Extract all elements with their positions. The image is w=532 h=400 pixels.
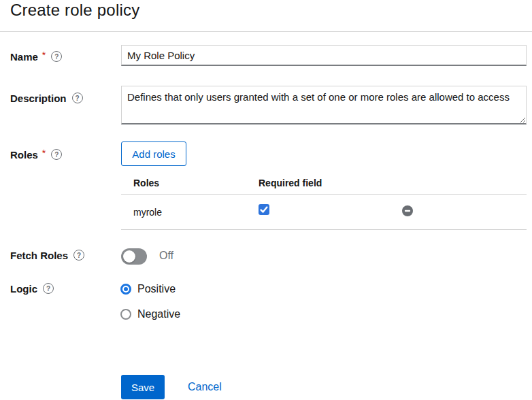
fetch-roles-label: Fetch Roles [10, 250, 68, 261]
roles-required-asterisk: * [42, 148, 46, 159]
name-label-group: Name * ? [10, 50, 62, 63]
role-name-cell: myrole [121, 207, 259, 218]
table-row: myrole [121, 195, 527, 230]
description-label: Description [10, 93, 67, 104]
roles-label-group: Roles * ? [10, 148, 62, 161]
roles-label: Roles [10, 149, 38, 161]
logic-option-positive[interactable]: Positive [120, 283, 176, 295]
save-button[interactable]: Save [121, 375, 165, 399]
name-required-asterisk: * [42, 50, 46, 61]
logic-help-icon[interactable]: ? [43, 283, 54, 294]
radio-selected-icon[interactable] [120, 284, 131, 295]
roles-table: Roles Required field myrole [121, 171, 527, 230]
add-roles-button[interactable]: Add roles [121, 141, 186, 166]
roles-help-icon[interactable]: ? [51, 149, 62, 160]
check-icon [259, 204, 269, 215]
toggle-knob [123, 250, 135, 263]
logic-option-negative[interactable]: Negative [120, 308, 180, 320]
roles-table-header-row: Roles Required field [121, 171, 527, 195]
minus-circle-icon [402, 205, 413, 216]
required-checkbox[interactable] [259, 204, 269, 215]
name-label: Name [10, 51, 38, 63]
fetch-roles-state-label: Off [159, 250, 173, 262]
remove-role-button[interactable] [402, 205, 413, 216]
description-textarea[interactable]: Defines that only users granted with a s… [121, 86, 527, 124]
roles-column-header: Roles [121, 178, 259, 188]
create-role-policy-page: Create role policy Name * ? Description … [0, 0, 532, 400]
logic-label-group: Logic ? [10, 282, 54, 295]
fetch-roles-help-icon[interactable]: ? [73, 250, 84, 261]
positive-radio-label: Positive [137, 283, 176, 295]
radio-unselected-icon[interactable] [120, 309, 131, 320]
fetch-roles-label-group: Fetch Roles ? [10, 249, 84, 261]
header-divider [0, 31, 532, 32]
required-field-column-header: Required field [259, 178, 402, 188]
fetch-roles-toggle[interactable] [121, 248, 147, 265]
description-help-icon[interactable]: ? [72, 93, 83, 103]
remove-cell [402, 205, 527, 219]
description-label-group: Description ? [10, 92, 83, 104]
page-title: Create role policy [10, 1, 139, 20]
negative-radio-label: Negative [137, 308, 180, 320]
name-input[interactable] [121, 45, 527, 66]
name-help-icon[interactable]: ? [51, 51, 62, 62]
required-checkbox-cell [259, 205, 402, 219]
logic-label: Logic [10, 283, 37, 295]
cancel-button[interactable]: Cancel [188, 381, 222, 393]
